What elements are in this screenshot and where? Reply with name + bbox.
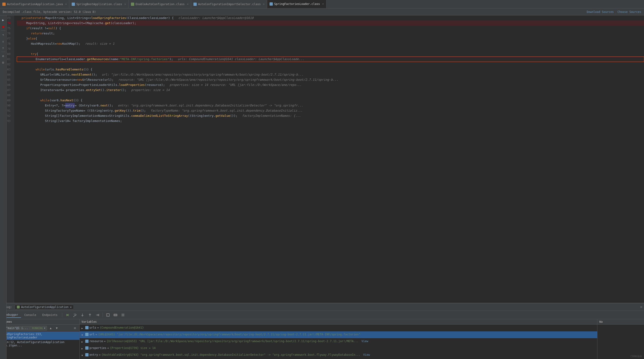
view-resource-btn[interactable]: View xyxy=(362,339,368,344)
variables-header-label: Variables xyxy=(82,320,97,324)
tab-debugger-label: Debugger xyxy=(5,313,18,317)
expand-properties[interactable]: ▶ xyxy=(82,346,84,351)
code-line-78: HashMap result = new HashMap (); result:… xyxy=(17,41,644,46)
tab-endpoints-label: Endpoints xyxy=(42,313,57,317)
tab-autoconfigurationimportselector[interactable]: AutoConfigurationImportSelector.class ✕ xyxy=(191,0,267,8)
tab-springbootapplication[interactable]: SpringBootApplication.class ✕ xyxy=(69,0,128,8)
code-line-89: while (var6. hasNext ()) { xyxy=(17,98,644,103)
code-line-85: UrlResource resource = new UrlResource (… xyxy=(17,77,644,82)
code-line-87: Iterator var6 = properties. entrySet ().… xyxy=(17,87,644,93)
class-file-icon xyxy=(194,2,197,6)
step-over-sidebar-btn[interactable]: ↷ xyxy=(1,32,6,37)
download-sources-link[interactable]: Download Sources xyxy=(587,10,614,13)
code-line-81: Enumeration urls = classLoader. getResou… xyxy=(17,57,644,62)
fold-arrow-77[interactable]: ▾ xyxy=(6,37,9,40)
debug-session-tab[interactable]: AutoConfigurationApplication ✕ xyxy=(15,305,74,309)
keyword: private xyxy=(22,15,34,20)
var-icon-resource xyxy=(85,340,88,343)
tab-label: SpringFactoriesLoader.class xyxy=(274,2,320,5)
session-close-btn[interactable]: ✕ xyxy=(70,305,72,309)
fold-arrow-73[interactable]: ▾ xyxy=(6,17,9,19)
toolbar-separator2 xyxy=(102,313,103,317)
tab-enableautoconfiguration[interactable]: EnableAutoConfiguration.class ✕ xyxy=(128,0,191,8)
debug-panel: Debug: AutoConfigurationApplication ✕ ⚙ … xyxy=(0,303,644,359)
variable-url[interactable]: ▼ url = {URL@1645} "jar:file:/D:/WorkSpa… xyxy=(80,331,597,338)
variable-properties[interactable]: ▶ properties = {Properties@1739} size = … xyxy=(80,345,597,352)
tab-label: SpringBootApplication.class xyxy=(76,2,122,6)
fold-arrow-89[interactable]: ▾ xyxy=(6,99,9,102)
filter-frames-btn[interactable]: ⊟ xyxy=(72,326,78,331)
debug-content: Frames ✓ "main"@1 i... : RUNNING ▾ ▲ ▼ ⊟… xyxy=(0,319,644,359)
tab-console[interactable]: Console xyxy=(22,313,39,318)
var-icon-entry xyxy=(85,353,88,357)
step-over-btn[interactable] xyxy=(72,312,78,318)
frames-list: loadSpringFactories:153, SpringFactories… xyxy=(0,332,80,359)
fold-arrow-80[interactable]: ▾ xyxy=(6,53,9,55)
breakpoints-btn[interactable]: ⊡ xyxy=(1,60,6,65)
variable-entry[interactable]: ▼ entry = {Hashtable$Entry@1743} "org.sp… xyxy=(80,352,597,359)
frame-name: main:12, AutoConfigurationApplication (c… xyxy=(2,341,78,347)
running-status: : RUNNING xyxy=(29,327,43,330)
tab-close-btn[interactable]: ✕ xyxy=(65,2,67,5)
variables-list: ▶ urls = {CompoundEnumeration@1641} ▼ ur… xyxy=(80,325,597,359)
frame-up-btn[interactable]: ▲ xyxy=(48,326,53,331)
code-line-91: String factoryTypeName = ((String)entry.… xyxy=(17,108,644,113)
decompile-info: Decompiled .class file, bytecode version… xyxy=(3,10,96,13)
code-line-90: Entry<?, ?> entry = (Entry)var6. next ()… xyxy=(17,103,644,108)
frame-name: loadSpringFactories:153, SpringFactories… xyxy=(2,333,78,339)
left-debug-toolbar: ▶ ■ ↷ ↓ ↑ ⊘ ⊡ xyxy=(0,15,6,359)
evaluate-btn[interactable]: = xyxy=(105,312,111,318)
mute-breakpoints-btn[interactable]: ⊘ xyxy=(1,53,6,58)
code-line-84: URL url = (URL)urls. nextElement (); url… xyxy=(17,72,644,77)
debug-header: Debug: AutoConfigurationApplication ✕ ⚙ xyxy=(0,303,644,311)
tab-close-btn[interactable]: ✕ xyxy=(322,2,324,5)
step-into-sidebar-btn[interactable]: ↓ xyxy=(1,39,6,44)
fold-arrow-83[interactable]: ▾ xyxy=(6,68,9,71)
step-out-sidebar-btn[interactable]: ↑ xyxy=(1,45,6,50)
step-into-btn[interactable] xyxy=(79,312,86,318)
code-line-79 xyxy=(17,46,644,51)
watches-panel: Wa xyxy=(597,319,644,359)
code-line-83: while (urls. hasMoreElements ()) { xyxy=(17,67,644,72)
sidebar-separator xyxy=(1,30,6,31)
frame-item[interactable]: main:12, AutoConfigurationApplication (c… xyxy=(0,340,80,348)
expand-resource[interactable]: ▶ xyxy=(82,340,84,344)
tab-close-btn[interactable]: ✕ xyxy=(187,2,188,5)
debug-tabs-area: Debugger Console Endpoints xyxy=(2,312,60,318)
frame-item[interactable]: loadSpringFactories:153, SpringFactories… xyxy=(0,332,80,340)
tab-console-label: Console xyxy=(24,313,36,317)
debug-settings-icon[interactable]: ⚙ xyxy=(640,305,642,309)
tab-springfactoriesloader[interactable]: SpringFactoriesLoader.class ✕ xyxy=(267,0,326,8)
sidebar-separator2 xyxy=(1,52,6,52)
threads-btn[interactable] xyxy=(120,312,126,318)
resume-sidebar-btn[interactable]: ▶ xyxy=(1,17,6,22)
resume-btn[interactable] xyxy=(64,312,71,318)
toolbar-separator xyxy=(62,313,62,317)
tab-close-btn[interactable]: ✕ xyxy=(263,2,265,5)
tab-autoconfigurationapplication[interactable]: AutoConfigurationApplication.java ✕ xyxy=(0,0,69,8)
thread-dropdown[interactable]: ✓ "main"@1 i... : RUNNING ▾ xyxy=(2,326,47,331)
view-entry-btn[interactable]: View xyxy=(363,353,370,357)
code-editor: ▾ 73 74 75 76 ▾ 77 78 79 ▾ 80 81 82 ▾ xyxy=(0,15,644,303)
expand-urls[interactable]: ▶ xyxy=(82,326,84,331)
frames-panel: Frames ✓ "main"@1 i... : RUNNING ▾ ▲ ▼ ⊟… xyxy=(0,319,80,359)
code-line-77: } else { xyxy=(17,36,644,41)
choose-sources-link[interactable]: Choose Sources xyxy=(618,10,641,13)
tab-endpoints[interactable]: Endpoints xyxy=(39,313,60,318)
expand-url[interactable]: ▼ xyxy=(82,333,84,338)
step-out-btn[interactable] xyxy=(87,312,93,318)
class-file-icon xyxy=(131,2,134,6)
code-line-86: Properties properties = PropertiesLoader… xyxy=(17,82,644,87)
expand-entry[interactable]: ▼ xyxy=(82,353,84,358)
run-to-cursor-btn[interactable] xyxy=(94,312,101,318)
var-icon-properties xyxy=(85,346,88,350)
stop-sidebar-btn[interactable]: ■ xyxy=(1,24,6,29)
variable-resource[interactable]: ▶ resource = {UrlResource@1653} "URL [ja… xyxy=(80,338,597,345)
memory-view-btn[interactable] xyxy=(112,312,119,318)
tab-close-btn[interactable]: ✕ xyxy=(124,2,126,5)
frame-down-btn[interactable]: ▼ xyxy=(54,326,59,331)
java-file-icon xyxy=(2,2,6,6)
variable-urls[interactable]: ▶ urls = {CompoundEnumeration@1641} xyxy=(80,325,597,331)
code-content: private static Map<String, List<String>>… xyxy=(14,15,644,303)
session-icon xyxy=(17,306,20,309)
